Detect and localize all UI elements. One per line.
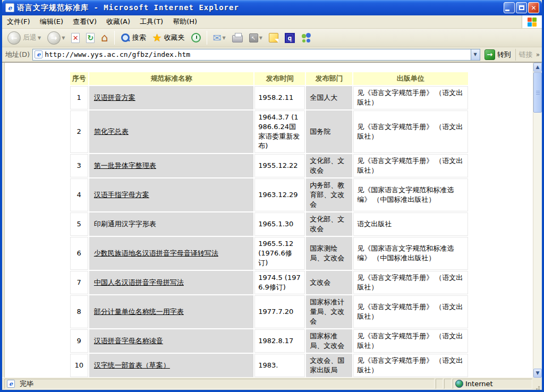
history-button[interactable]: [189, 32, 203, 44]
standard-name-cell: 中国人名汉语拼音字母拼写法: [89, 271, 253, 294]
standard-name-cell: 汉语拼音方案: [89, 86, 253, 109]
status-pane: [444, 379, 452, 389]
scroll-down-button[interactable]: ▼: [533, 369, 542, 378]
standard-name-link[interactable]: 少数民族语地名汉语拼音字母音译转写法: [94, 249, 218, 257]
discuss-button[interactable]: [267, 32, 280, 44]
star-icon: ★: [152, 33, 162, 42]
content-area: 序号规范标准名称发布时间发布部门出版单位 1汉语拼音方案1958.2.11全国人…: [2, 62, 542, 377]
edit-dropdown-icon[interactable]: ▼: [259, 36, 262, 40]
standard-name-link[interactable]: 汉语拼音方案: [94, 93, 135, 101]
table-row: 3第一批异体字整理表1955.12.22文化部、文改会见《语言文字规范手册》 （…: [70, 154, 468, 177]
table-header-cell: 出版单位: [353, 72, 468, 85]
forward-arrow-icon: →: [47, 31, 61, 45]
standard-name-cell: 第一批异体字整理表: [89, 154, 253, 177]
standard-name-link[interactable]: 汉字统一部首表（草案）: [94, 361, 170, 369]
address-url[interactable]: http://www.yys.ac.cn/gfbz/index.htm: [45, 50, 471, 58]
standard-name-cell: 少数民族语地名汉语拼音字母音译转写法: [89, 237, 253, 270]
links-label[interactable]: 链接: [519, 50, 533, 59]
q-logo-icon: q: [285, 33, 295, 43]
table-row: 4汉语手指字母方案1963.12.29内务部、教育部、文改会见《国家语言文字规范…: [70, 178, 468, 211]
ie-page-icon: e: [5, 3, 14, 12]
menu-view[interactable]: 查看(V): [68, 15, 101, 28]
note-icon: [269, 33, 278, 42]
publish-date-cell: 1983.: [254, 354, 305, 377]
publisher-cell: 见《国家语言文字规范和标准选编》 （中国标准出版社）: [353, 178, 468, 211]
menu-help[interactable]: 帮助(H): [168, 15, 202, 28]
standard-name-link[interactable]: 汉语手指字母方案: [94, 191, 149, 199]
standard-name-link[interactable]: 简化字总表: [94, 127, 129, 135]
q-logo-button[interactable]: q: [283, 32, 297, 44]
edit-icon: ↖: [249, 33, 258, 42]
mail-button[interactable]: ✉ ▼: [211, 32, 228, 44]
standard-name-link[interactable]: 中国人名汉语拼音字母拼写法: [94, 278, 184, 286]
search-label: 搜索: [132, 33, 146, 42]
scrollbar-track[interactable]: [533, 113, 542, 369]
standard-name-link[interactable]: 汉语拼音字母名称读音: [94, 337, 163, 345]
address-dropdown-button[interactable]: ▼: [471, 49, 480, 60]
chevron-right-icon[interactable]: »: [536, 51, 540, 58]
menu-file[interactable]: 文件(F): [2, 15, 35, 28]
history-clock-icon: [191, 33, 201, 42]
links-bar: 链接 »: [515, 49, 540, 61]
forward-dropdown-icon[interactable]: ▼: [62, 36, 65, 40]
back-label: 后退: [23, 33, 37, 42]
standard-name-cell: 印刷通用汉字字形表: [89, 212, 253, 236]
go-label: 转到: [497, 50, 511, 59]
mail-dropdown-icon[interactable]: ▼: [223, 36, 226, 40]
publish-department-cell: 国家标准局、文改会: [306, 329, 352, 353]
row-number-cell: 8: [70, 295, 88, 328]
publish-date-cell: 1963.12.29: [254, 178, 305, 211]
scrollbar-thumb[interactable]: [533, 72, 542, 113]
favorites-button[interactable]: ★ 收藏夹: [150, 32, 187, 44]
table-header-cell: 发布部门: [306, 72, 352, 85]
row-number-cell: 7: [70, 271, 88, 294]
messenger-button[interactable]: [299, 32, 314, 44]
publisher-cell: 见《语言文字规范手册》 （语文出版社）: [353, 154, 468, 177]
menu-favorites[interactable]: 收藏(A): [101, 15, 135, 28]
home-icon: ⌂: [101, 32, 108, 43]
table-row: 10汉字统一部首表（草案）1983.文改会、国家出版局见《语言文字规范手册》 （…: [70, 354, 468, 377]
mail-icon: ✉: [213, 33, 222, 42]
forward-button[interactable]: → ▼: [45, 30, 67, 46]
standard-name-cell: 简化字总表: [89, 110, 253, 153]
row-number-cell: 3: [70, 154, 88, 177]
menu-tools[interactable]: 工具(T): [135, 15, 168, 28]
status-text: 完毕: [20, 379, 33, 389]
menu-edit[interactable]: 编辑(E): [35, 15, 68, 28]
stop-button[interactable]: ✕: [69, 32, 82, 44]
publisher-cell: 语文出版社: [353, 212, 468, 236]
table-header-cell: 发布时间: [254, 72, 305, 85]
edit-button[interactable]: ↖ ▼: [247, 32, 265, 44]
address-input[interactable]: e http://www.yys.ac.cn/gfbz/index.htm ▼: [32, 49, 480, 61]
row-number-cell: 9: [70, 329, 88, 353]
minimize-button[interactable]: [504, 2, 515, 13]
table-header-cell: 序号: [70, 72, 88, 85]
close-button[interactable]: ✕: [528, 2, 539, 13]
publish-date-cell: 1974.5 (1976.9修订): [254, 271, 305, 294]
home-button[interactable]: ⌂: [99, 31, 110, 44]
standard-name-cell: 汉语拼音字母名称读音: [89, 329, 253, 353]
back-button[interactable]: ← 后退 ▼: [5, 30, 43, 46]
standard-name-link[interactable]: 第一批异体字整理表: [94, 161, 156, 169]
standard-name-link[interactable]: 部分计量单位名称统一用字表: [94, 308, 184, 316]
security-zone-pane: Internet: [453, 379, 532, 389]
resize-grip[interactable]: [533, 379, 541, 389]
go-button[interactable]: → 转到: [483, 49, 513, 61]
maximize-button[interactable]: [516, 2, 527, 13]
publish-date-cell: 1977.7.20: [254, 295, 305, 328]
window-title: 语言文字规范标准库 - Microsoft Internet Explorer: [17, 3, 504, 13]
windows-logo-throbber: [522, 15, 542, 28]
scroll-up-button[interactable]: ▲: [533, 63, 542, 72]
back-dropdown-icon[interactable]: ▼: [38, 36, 41, 40]
publish-department-cell: 国务院: [306, 110, 352, 153]
publish-date-cell: 1958.2.11: [254, 86, 305, 109]
search-button[interactable]: 搜索: [118, 32, 148, 44]
title-bar: e 语言文字规范标准库 - Microsoft Internet Explore…: [2, 0, 542, 15]
refresh-button[interactable]: ↻: [84, 32, 97, 44]
vertical-scrollbar[interactable]: ▲ ▼: [533, 63, 542, 378]
print-button[interactable]: [230, 32, 245, 44]
row-number-cell: 1: [70, 86, 88, 109]
browser-window: e 语言文字规范标准库 - Microsoft Internet Explore…: [0, 0, 544, 392]
messenger-people-icon: [301, 33, 312, 43]
table-header-row: 序号规范标准名称发布时间发布部门出版单位: [70, 72, 468, 85]
